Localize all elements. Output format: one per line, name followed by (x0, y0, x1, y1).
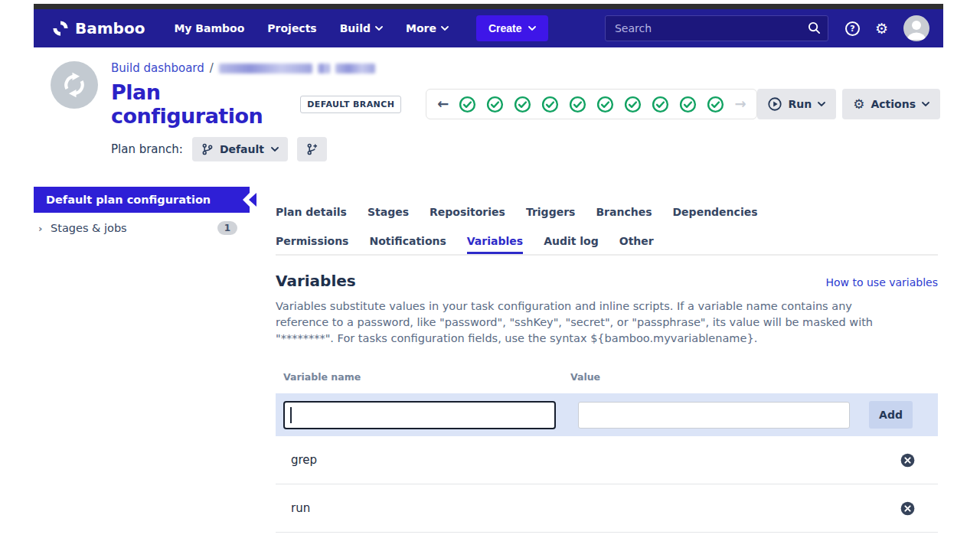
build-success-icon[interactable] (514, 96, 531, 113)
help-icon[interactable]: ? (845, 21, 860, 36)
variables-description: Variables substitute values in your task… (276, 298, 884, 347)
plan-avatar (51, 61, 98, 109)
bamboo-logo-icon (52, 20, 69, 37)
create-button[interactable]: Create (476, 15, 548, 41)
breadcrumb-build-dashboard[interactable]: Build dashboard (111, 61, 204, 75)
play-icon (768, 97, 782, 111)
chevron-right-icon: › (38, 223, 51, 234)
build-success-icon[interactable] (624, 96, 642, 113)
tab-repositories[interactable]: Repositories (430, 206, 505, 225)
build-success-icon[interactable] (652, 96, 669, 113)
chevron-down-icon (271, 147, 279, 152)
branch-selector[interactable]: Default (192, 137, 288, 161)
tab-stages[interactable]: Stages (368, 206, 409, 225)
delete-variable-button[interactable] (900, 501, 915, 516)
build-success-icon[interactable] (569, 96, 586, 113)
build-success-icon[interactable] (541, 96, 559, 113)
redacted-project-name (219, 64, 312, 73)
settings-gear-icon[interactable]: ⚙ (875, 21, 888, 36)
actions-gear-icon: ⚙ (853, 98, 864, 111)
variable-row: grep (276, 436, 938, 484)
tab-notifications[interactable]: Notifications (369, 235, 446, 254)
config-sidebar: Default plan configuration › Stages & jo… (34, 187, 250, 533)
variable-row: run (276, 484, 938, 533)
chevron-down-icon (441, 26, 449, 31)
variable-name-input[interactable] (283, 401, 556, 429)
results-back-arrow-icon[interactable]: ← (437, 97, 449, 111)
window-top-strip (34, 4, 943, 9)
branch-create-icon (306, 143, 318, 155)
tab-audit-log[interactable]: Audit log (544, 235, 599, 254)
plan-header: Build dashboard / Plan configuration DEF… (34, 47, 943, 184)
run-button[interactable]: Run (757, 89, 836, 119)
stages-count-badge: 1 (217, 221, 237, 235)
user-avatar[interactable] (903, 15, 929, 41)
top-navbar: Bamboo My Bamboo Projects Build More Cre… (34, 9, 943, 47)
breadcrumb-separator: / (210, 61, 214, 75)
brand-name: Bamboo (75, 19, 145, 37)
build-success-icon[interactable] (596, 96, 614, 113)
variable-name: run (291, 501, 310, 515)
branch-icon (201, 143, 213, 155)
tab-branches[interactable]: Branches (596, 206, 652, 225)
table-header: Variable name Value (276, 371, 938, 383)
build-results-icons (459, 96, 724, 113)
bamboo-logo[interactable]: Bamboo (52, 19, 145, 37)
build-success-icon[interactable] (679, 96, 697, 113)
variable-name: grep (291, 453, 317, 467)
plan-branch-label: Plan branch: (111, 142, 183, 156)
add-button[interactable]: Add (869, 401, 913, 429)
how-to-use-variables-link[interactable]: How to use variables (825, 276, 938, 289)
search-icon[interactable] (808, 21, 821, 34)
column-variable-name: Variable name (276, 371, 570, 383)
chevron-down-icon (818, 102, 825, 106)
sidebar-item-default-plan-configuration[interactable]: Default plan configuration (34, 187, 250, 213)
sync-arrows-icon (59, 70, 90, 100)
breadcrumb: Build dashboard / (111, 61, 943, 75)
tab-other[interactable]: Other (619, 235, 654, 254)
search-box (605, 15, 828, 41)
variable-value-input[interactable] (578, 402, 850, 429)
nav-projects[interactable]: Projects (267, 22, 316, 34)
results-forward-arrow-icon: → (734, 97, 746, 111)
person-icon (903, 15, 929, 41)
chevron-down-icon (922, 102, 929, 106)
build-success-icon[interactable] (486, 96, 504, 113)
column-value: Value (570, 371, 600, 383)
text-caret (290, 407, 292, 423)
tab-triggers[interactable]: Triggers (526, 206, 576, 225)
search-input[interactable] (605, 15, 828, 41)
build-success-icon[interactable] (707, 96, 724, 113)
nav-my-bamboo[interactable]: My Bamboo (174, 22, 244, 34)
delete-variable-button[interactable] (900, 453, 915, 468)
redacted-plan-name (335, 64, 375, 73)
nav-build[interactable]: Build (340, 22, 383, 34)
tab-dependencies[interactable]: Dependencies (673, 206, 758, 225)
sidebar-selected-label: Default plan configuration (46, 194, 211, 206)
selected-item-arrow-icon (249, 193, 256, 207)
build-success-icon[interactable] (459, 96, 476, 113)
sidebar-item-label: Stages & jobs (51, 222, 127, 234)
create-branch-button[interactable] (297, 137, 327, 161)
tab-variables[interactable]: Variables (467, 235, 523, 254)
sidebar-item-stages-jobs[interactable]: › Stages & jobs 1 (34, 213, 250, 243)
delete-icon (900, 453, 915, 468)
main-content: Plan detailsStagesRepositoriesTriggersBr… (276, 187, 943, 533)
actions-button[interactable]: ⚙ Actions (842, 89, 940, 119)
nav-icon-group: ? ⚙ (845, 15, 929, 41)
nav-more[interactable]: More (406, 22, 449, 34)
tab-plan-details[interactable]: Plan details (276, 206, 347, 225)
section-title: Variables (276, 272, 356, 290)
redacted-separator (318, 64, 330, 73)
add-variable-row: Add (276, 393, 938, 436)
delete-icon (900, 501, 915, 516)
chevron-down-icon (375, 26, 383, 31)
tab-bar: Plan detailsStagesRepositoriesTriggersBr… (276, 206, 938, 256)
build-results-strip: ← → (426, 89, 757, 119)
page-title: Plan configuration (111, 80, 289, 128)
tab-permissions[interactable]: Permissions (276, 235, 348, 254)
chevron-down-icon (528, 26, 536, 31)
default-branch-badge: DEFAULT BRANCH (300, 96, 401, 113)
variable-rows: grep run (276, 436, 938, 533)
page: Bamboo My Bamboo Projects Build More Cre… (34, 4, 943, 533)
